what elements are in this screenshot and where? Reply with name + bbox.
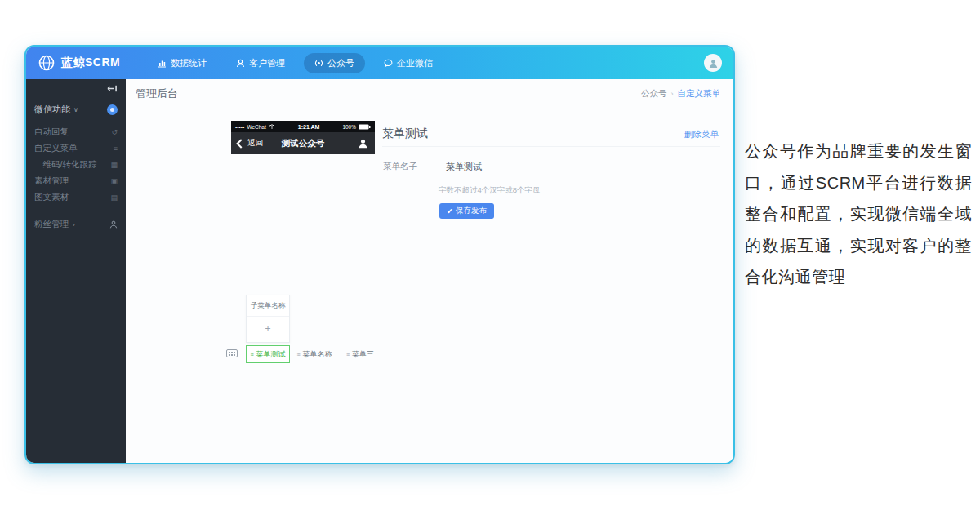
sidebar-item-label: 粉丝管理: [34, 219, 69, 230]
sidebar-item-auto-reply[interactable]: 自动回复 ↺: [26, 124, 126, 140]
brand-logo: 蓝鲸SCRM: [26, 54, 129, 72]
sidebar-item-fans-management[interactable]: 粉丝管理 ›: [26, 215, 126, 233]
phone-time: 1:21 AM: [278, 124, 341, 130]
fans-icon: [109, 220, 118, 229]
breadcrumb: 公众号 › 自定义菜单: [641, 88, 720, 100]
save-publish-button[interactable]: ✔ 保存发布: [439, 203, 494, 219]
sidebar-item-article-material[interactable]: 图文素材 ▤: [26, 189, 126, 206]
phone-status-bar: ••••• WeChat 1:21 AM 100%: [231, 121, 375, 132]
breadcrumb-current[interactable]: 自定义菜单: [678, 88, 721, 100]
bar-chart-icon: [158, 59, 167, 68]
add-submenu-button[interactable]: +: [247, 317, 289, 335]
window-body: 微信功能 ∨ 自动回复 ↺ 自定义菜单 ≡ 二维码/转化跟踪 ▦ 素材管理 ▣: [26, 79, 733, 464]
sidebar-item-label: 图文素材: [34, 192, 69, 203]
phone-profile-icon[interactable]: [358, 138, 368, 149]
brand-name: 蓝鲸SCRM: [61, 56, 120, 70]
user-avatar[interactable]: [704, 54, 722, 72]
sidebar-item-label: 自定义菜单: [34, 143, 78, 154]
menu-section-title: 菜单测试: [382, 127, 428, 141]
nav-label: 企业微信: [397, 57, 433, 69]
menu-tab-2[interactable]: ≡ 菜单名称: [292, 345, 336, 363]
menu-lines-icon: ≡: [250, 352, 253, 357]
nav-label: 公众号: [327, 57, 354, 69]
menu-tab-label: 菜单三: [352, 349, 374, 360]
menu-lines-icon: ≡: [296, 352, 300, 357]
wechat-feature-active-icon: [107, 104, 118, 115]
phone-preview: ••••• WeChat 1:21 AM 100% 返回: [231, 121, 375, 154]
menu-name-value[interactable]: 菜单测试: [446, 161, 482, 173]
nav-enterprise-wechat[interactable]: 企业微信: [373, 53, 443, 73]
avatar-person-icon: [708, 58, 719, 69]
official-account-icon: [314, 59, 323, 68]
material-icon: ▣: [110, 177, 118, 185]
menu-name-hint: 字数不超过4个汉字或8个字母: [439, 185, 541, 196]
article-icon: ▤: [110, 193, 118, 202]
wifi-icon: [269, 124, 275, 129]
keyboard-icon[interactable]: [226, 349, 238, 357]
auto-reply-icon: ↺: [111, 128, 118, 136]
carrier-label: WeChat: [247, 124, 265, 130]
check-icon: ✔: [447, 206, 453, 215]
app-header: 蓝鲸SCRM 数据统计 客户管理 公众号: [26, 47, 733, 79]
sidebar: 微信功能 ∨ 自动回复 ↺ 自定义菜单 ≡ 二维码/转化跟踪 ▦ 素材管理 ▣: [26, 79, 126, 464]
submenu-panel: 子菜单名称 +: [246, 295, 290, 343]
chevron-down-icon: ∨: [74, 106, 78, 113]
section-divider: [382, 146, 720, 147]
sidebar-item-label: 二维码/转化跟踪: [34, 159, 96, 171]
menu-tab-3[interactable]: ≡ 菜单三: [341, 345, 380, 363]
breadcrumb-parent[interactable]: 公众号: [641, 88, 667, 100]
submenu-name-label: 子菜单名称: [247, 295, 289, 317]
menu-lines-icon: ≡: [346, 352, 350, 357]
sidebar-item-label: 素材管理: [34, 175, 69, 187]
top-navigation: 数据统计 客户管理 公众号 企业微信: [147, 53, 443, 73]
save-publish-label: 保存发布: [456, 206, 487, 216]
sidebar-item-qrcode-tracking[interactable]: 二维码/转化跟踪 ▦: [26, 157, 126, 173]
battery-icon: [359, 124, 371, 130]
page-title: 管理后台: [136, 87, 178, 101]
sidebar-section-label: 微信功能: [34, 104, 70, 116]
phone-nav-bar: 返回 测试公众号: [231, 132, 375, 154]
phone-account-title: 测试公众号: [231, 138, 375, 149]
marketing-description: 公众号作为品牌重要的发生窗口，通过SCRM平台进行数据整合和配置，实现微信端全域…: [745, 135, 972, 293]
main-content: 管理后台 公众号 › 自定义菜单 ••••• WeChat 1:21 AM 10…: [126, 79, 733, 464]
nav-customer-management[interactable]: 客户管理: [225, 53, 296, 73]
signal-dots-icon: •••••: [235, 124, 244, 130]
menu-name-label: 菜单名子: [383, 161, 417, 172]
menu-tab-label: 菜单测试: [256, 349, 286, 360]
wecom-icon: [384, 59, 393, 68]
nav-label: 数据统计: [171, 57, 207, 69]
qrcode-icon: ▦: [110, 161, 118, 169]
nav-label: 客户管理: [249, 57, 285, 69]
sidebar-section-wechat-features[interactable]: 微信功能 ∨: [26, 97, 126, 124]
sidebar-item-material-management[interactable]: 素材管理 ▣: [26, 173, 126, 189]
battery-percent: 100%: [342, 124, 356, 130]
custom-menu-icon: ≡: [114, 144, 118, 153]
nav-data-statistics[interactable]: 数据统计: [147, 53, 217, 73]
app-window: 蓝鲸SCRM 数据统计 客户管理 公众号: [24, 45, 735, 464]
sidebar-item-custom-menu[interactable]: 自定义菜单 ≡: [26, 140, 126, 157]
delete-menu-link[interactable]: 删除菜单: [684, 129, 719, 140]
breadcrumb-separator-icon: ›: [671, 90, 674, 98]
menu-tab-label: 菜单名称: [303, 349, 332, 360]
sidebar-item-label: 自动回复: [34, 127, 69, 138]
globe-logo-icon: [38, 54, 56, 72]
nav-official-account[interactable]: 公众号: [304, 53, 365, 73]
menu-tab-1-selected[interactable]: ≡ 菜单测试: [246, 345, 290, 363]
customer-icon: [236, 59, 245, 68]
sidebar-collapse-icon[interactable]: [107, 85, 118, 92]
chevron-right-icon: ›: [73, 221, 75, 229]
